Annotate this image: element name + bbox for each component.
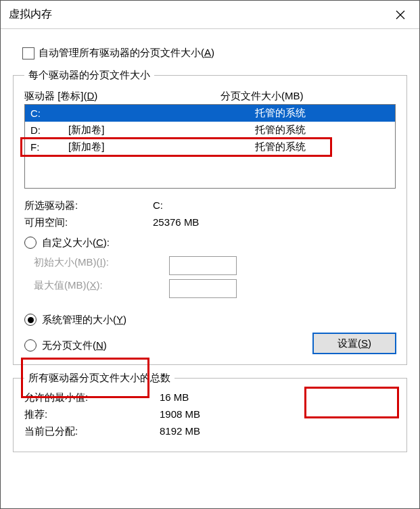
- auto-manage-checkbox[interactable]: 自动管理所有驱动器的分页文件大小(A): [22, 47, 407, 59]
- drive-list[interactable]: C: 托管的系统 D: [新加卷] 托管的系统 F: [新加卷] 托管的系统: [24, 104, 396, 189]
- paging-header-label: 分页文件大小(MB): [220, 90, 396, 103]
- max-size-input: [169, 279, 237, 298]
- drive-paging-size: 托管的系统: [255, 141, 395, 153]
- max-size-label: 最大值(MB)(X):: [34, 279, 162, 298]
- initial-size-row: 初始大小(MB)(I):: [34, 256, 396, 275]
- totals-legend: 所有驱动器分页文件大小的总数: [24, 372, 174, 385]
- available-space-label: 可用空间:: [24, 216, 153, 229]
- drive-volume-label: [新加卷]: [68, 124, 255, 137]
- totals-group: 所有驱动器分页文件大小的总数 允许的最小值: 16 MB 推荐: 1908 MB…: [13, 372, 407, 452]
- min-allowed-row: 允许的最小值: 16 MB: [24, 391, 396, 404]
- drive-row-d[interactable]: D: [新加卷] 托管的系统: [25, 122, 395, 139]
- max-size-row: 最大值(MB)(X):: [34, 279, 396, 298]
- available-space-row: 可用空间: 25376 MB: [24, 216, 396, 229]
- drive-row-f[interactable]: F: [新加卷] 托管的系统: [25, 139, 395, 155]
- per-drive-group: 每个驱动器的分页文件大小 驱动器 [卷标](D) 分页文件大小(MB) C: 托…: [13, 69, 407, 365]
- radio-icon: [24, 237, 37, 249]
- drive-letter: D:: [30, 124, 68, 136]
- selected-drive-label: 所选驱动器:: [24, 199, 153, 212]
- auto-manage-label: 自动管理所有驱动器的分页文件大小(A): [39, 47, 214, 59]
- checkbox-icon: [22, 47, 34, 59]
- initial-size-input: [169, 256, 237, 275]
- close-icon: [396, 10, 405, 20]
- dialog-content: 自动管理所有驱动器的分页文件大小(A) 每个驱动器的分页文件大小 驱动器 [卷标…: [1, 29, 419, 508]
- recommended-value: 1908 MB: [160, 408, 200, 421]
- recommended-label: 推荐:: [24, 408, 160, 421]
- initial-size-label: 初始大小(MB)(I):: [34, 256, 162, 275]
- window-title: 虚拟内存: [9, 7, 52, 22]
- drive-letter: F:: [30, 141, 68, 153]
- titlebar: 虚拟内存: [1, 1, 419, 29]
- drive-list-headers: 驱动器 [卷标](D) 分页文件大小(MB): [24, 90, 396, 103]
- set-button-label: 设置(S): [337, 337, 371, 350]
- selected-drive-row: 所选驱动器: C:: [24, 199, 396, 212]
- no-paging-label: 无分页文件(N): [42, 339, 107, 352]
- selected-drive-value: C:: [153, 199, 163, 212]
- allocated-value: 8192 MB: [160, 425, 200, 438]
- min-allowed-label: 允许的最小值:: [24, 391, 160, 404]
- per-drive-legend: 每个驱动器的分页文件大小: [24, 69, 154, 82]
- system-managed-radio[interactable]: 系统管理的大小(Y): [24, 310, 396, 329]
- drive-letter: C:: [30, 107, 68, 119]
- available-space-value: 25376 MB: [153, 216, 199, 229]
- close-button[interactable]: [381, 1, 419, 29]
- drive-paging-size: 托管的系统: [255, 124, 395, 137]
- drive-volume-label: [新加卷]: [68, 141, 255, 153]
- drive-header-label: 驱动器 [卷标](D): [24, 90, 220, 103]
- drive-paging-size: 托管的系统: [255, 107, 395, 120]
- radio-icon: [24, 314, 37, 326]
- custom-size-label: 自定义大小(C):: [42, 237, 110, 249]
- drive-row-c[interactable]: C: 托管的系统: [25, 105, 395, 122]
- allocated-label: 当前已分配:: [24, 425, 160, 438]
- set-button[interactable]: 设置(S): [313, 333, 396, 354]
- virtual-memory-dialog: 虚拟内存 自动管理所有驱动器的分页文件大小(A) 每个驱动器的分页文件大小 驱动…: [0, 0, 420, 509]
- allocated-row: 当前已分配: 8192 MB: [24, 425, 396, 438]
- no-paging-radio[interactable]: 无分页文件(N): [24, 336, 313, 355]
- system-managed-label: 系统管理的大小(Y): [42, 314, 126, 326]
- radio-dot-icon: [28, 317, 34, 323]
- min-allowed-value: 16 MB: [160, 391, 189, 404]
- recommended-row: 推荐: 1908 MB: [24, 408, 396, 421]
- custom-size-radio[interactable]: 自定义大小(C):: [24, 233, 396, 252]
- radio-icon: [24, 339, 37, 352]
